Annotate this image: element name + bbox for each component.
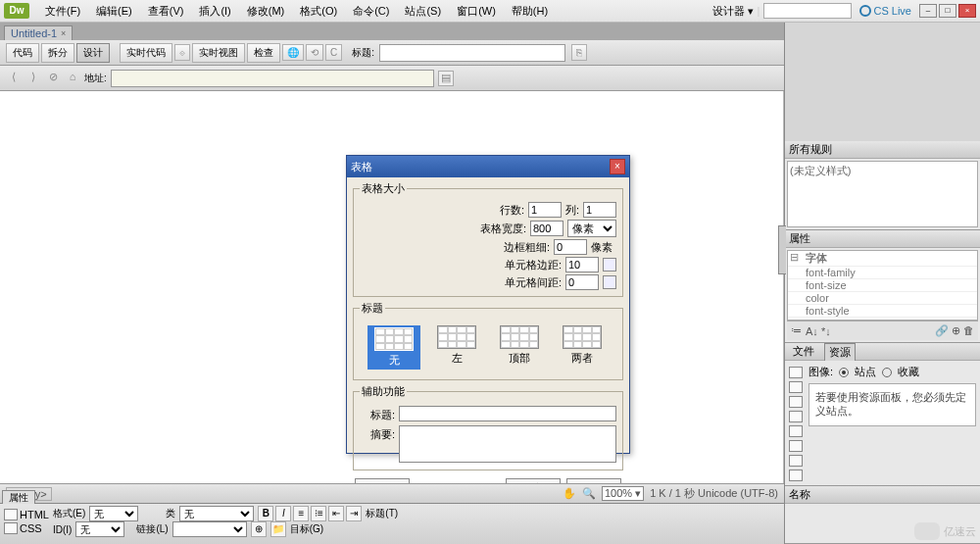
assets-tab[interactable]: 资源 — [824, 343, 856, 361]
dialog-titlebar[interactable]: 表格 × — [347, 156, 629, 177]
zoom-tool-icon[interactable]: 🔍 — [582, 487, 596, 500]
target-label: 目标(G) — [290, 522, 323, 536]
dialog-close-icon[interactable]: × — [610, 159, 625, 174]
close-button[interactable]: × — [958, 4, 976, 18]
link-select[interactable] — [172, 521, 247, 537]
title-tool-icon[interactable]: ⎘ — [571, 44, 587, 61]
panel-collapse-handle[interactable] — [778, 225, 786, 274]
mode-css[interactable]: CSS — [4, 522, 49, 534]
link-browse-icon[interactable]: 📁 — [270, 521, 286, 537]
menu-file[interactable]: 文件(F) — [37, 4, 88, 19]
title-label: 标题: — [352, 46, 374, 60]
menu-format[interactable]: 格式(O) — [292, 4, 345, 19]
spacing-input[interactable] — [565, 274, 599, 290]
bold-icon[interactable]: B — [258, 506, 273, 521]
border-unit: 像素 — [591, 240, 616, 255]
nav-home-icon[interactable]: ⌂ — [65, 71, 80, 86]
refresh-icon[interactable]: C — [325, 44, 342, 61]
props-panel-header[interactable]: 属性 — [785, 230, 980, 248]
ul-icon[interactable]: ≡ — [293, 506, 309, 521]
menu-view[interactable]: 查看(V) — [140, 4, 192, 19]
caption-input[interactable] — [399, 406, 616, 421]
menu-commands[interactable]: 命令(C) — [345, 4, 397, 19]
ol-icon[interactable]: ⁝≡ — [311, 506, 326, 521]
header-top-option[interactable]: 顶部 — [493, 325, 546, 370]
site-radio[interactable] — [839, 368, 849, 377]
favorites-radio[interactable] — [882, 368, 892, 377]
width-unit-select[interactable]: 像素 — [567, 220, 616, 237]
format-select[interactable]: 无 — [89, 506, 138, 521]
padding-input[interactable] — [565, 257, 599, 272]
header-none-option[interactable]: 无 — [368, 325, 420, 370]
address-label: 地址: — [84, 72, 107, 85]
header-left-option[interactable]: 左 — [430, 325, 483, 370]
menu-edit[interactable]: 编辑(E) — [88, 4, 140, 19]
group-acc-label: 辅助功能 — [360, 384, 407, 399]
menu-insert[interactable]: 插入(I) — [191, 4, 238, 19]
app-logo: Dw — [4, 3, 29, 19]
settings-icon[interactable]: ⟲ — [306, 44, 323, 61]
livecode-toggle-icon[interactable]: ⟐ — [174, 44, 190, 61]
nav-forward-icon[interactable]: ⟩ — [25, 71, 41, 86]
class-label: 类 — [166, 507, 175, 520]
rows-input[interactable] — [528, 202, 562, 218]
inspector-tab[interactable]: 属性 — [2, 490, 35, 504]
property-inspector: 属性 HTML CSS 格式(E) 无 类 无 B I ≡ ⁝≡ ⇤ ⇥ — [0, 503, 784, 544]
menubar: Dw 文件(F) 编辑(E) 查看(V) 插入(I) 修改(M) 格式(O) 命… — [0, 0, 980, 23]
menu-window[interactable]: 窗口(W) — [449, 4, 504, 19]
outdent-icon[interactable]: ⇤ — [328, 506, 344, 521]
css-mode-icon — [4, 522, 18, 534]
rules-body: (未定义样式) — [787, 161, 978, 227]
close-tab-icon[interactable]: × — [61, 28, 66, 38]
menu-modify[interactable]: 修改(M) — [239, 4, 293, 19]
rules-panel-header[interactable]: 所有规则 — [785, 141, 980, 159]
cslive-button[interactable]: CS Live — [856, 5, 915, 17]
menu-site[interactable]: 站点(S) — [397, 4, 449, 19]
browser-icon[interactable]: 🌐 — [282, 44, 304, 61]
caption-label: 标题: — [360, 406, 395, 422]
view-split-button[interactable]: 拆分 — [41, 43, 74, 63]
border-input[interactable] — [554, 239, 587, 255]
padding-label: 单元格边距: — [505, 258, 562, 272]
class-select[interactable]: 无 — [179, 506, 254, 521]
view-design-button[interactable]: 设计 — [76, 43, 110, 63]
inspect-button[interactable]: 检查 — [247, 43, 280, 63]
minimize-button[interactable]: – — [919, 4, 937, 18]
props-list[interactable]: ⊟字体 font-family font-size color font-sty… — [787, 250, 978, 321]
props-toolbar[interactable]: ≔A↓ *↓ 🔗 ⊕ 🗑 — [787, 321, 978, 340]
cslive-icon — [859, 5, 871, 17]
nav-back-icon[interactable]: ⟨ — [6, 71, 22, 86]
right-panel-group: 所有规则 (未定义样式) 属性 ⊟字体 font-family font-siz… — [784, 23, 980, 544]
italic-icon[interactable]: I — [275, 506, 291, 521]
link-target-icon[interactable]: ⊕ — [251, 521, 267, 537]
cols-input[interactable] — [583, 202, 616, 218]
indent-icon[interactable]: ⇥ — [346, 506, 362, 521]
name-panel-header[interactable]: 名称 — [785, 486, 980, 504]
id-select[interactable]: 无 — [75, 521, 124, 537]
assets-panel-header[interactable]: 文件 资源 — [785, 343, 980, 361]
live-view-button[interactable]: 实时视图 — [192, 43, 245, 63]
hand-tool-icon[interactable]: ✋ — [563, 487, 576, 500]
summary-textarea[interactable] — [399, 425, 616, 463]
group-header-label: 标题 — [360, 301, 385, 316]
css-rules-panel: 所有规则 (未定义样式) — [785, 141, 980, 230]
document-tab[interactable]: Untitled-1 × — [4, 25, 73, 40]
nav-stop-icon[interactable]: ⊘ — [45, 71, 61, 86]
table-dialog: 表格 × 表格大小 行数: 列: 表格宽度: 像素 边框粗细: 像素 单元格边距… — [346, 155, 630, 454]
search-input[interactable] — [763, 3, 852, 19]
assets-category-icons[interactable] — [789, 367, 807, 481]
width-input[interactable] — [530, 221, 564, 236]
workspace-switcher[interactable]: 设计器 ▾ — [712, 4, 754, 19]
header-both-option[interactable]: 两者 — [556, 325, 609, 370]
zoom-select[interactable]: 100% ▾ — [602, 486, 644, 501]
maximize-button[interactable]: □ — [939, 4, 956, 18]
view-code-button[interactable]: 代码 — [6, 43, 39, 63]
files-tab[interactable]: 文件 — [789, 343, 818, 360]
address-input[interactable] — [111, 70, 434, 87]
page-title-input[interactable] — [379, 44, 565, 62]
address-go-icon[interactable]: ▤ — [438, 71, 454, 86]
summary-label: 摘要: — [360, 425, 395, 442]
menu-help[interactable]: 帮助(H) — [504, 4, 556, 19]
mode-html[interactable]: HTML — [4, 509, 49, 520]
live-code-button[interactable]: 实时代码 — [120, 43, 172, 63]
